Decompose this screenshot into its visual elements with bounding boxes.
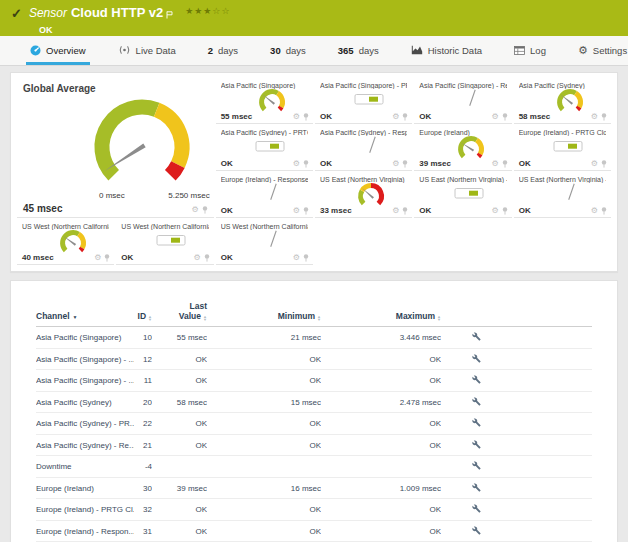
pin-icon[interactable] (303, 207, 309, 215)
tab-settings[interactable]: ⚙Settings (574, 36, 628, 65)
gear-icon: ⚙ (578, 45, 588, 56)
gear-icon[interactable]: ⚙ (293, 113, 300, 121)
channel-tile[interactable]: Asia Pacific (Singapore)55 msec⚙ (216, 79, 313, 124)
channel-tile[interactable]: US West (Northern California)...OK⚙ (116, 220, 213, 265)
channel-tile[interactable]: US West (Northern California)...OK⚙ (216, 220, 313, 265)
channel-settings-button[interactable] (472, 504, 481, 513)
channel-name[interactable]: Asia Pacific (Singapore) (36, 333, 134, 342)
channel-tile[interactable]: Europe (Ireland)39 msec⚙ (414, 126, 511, 171)
channel-settings-button[interactable] (472, 461, 481, 470)
gear-icon[interactable]: ⚙ (293, 254, 300, 262)
channel-name[interactable]: Asia Pacific (Sydney) (36, 398, 134, 407)
column-header-id[interactable]: ID ▲▼ (134, 311, 152, 321)
channel-settings-button[interactable] (472, 354, 481, 363)
gear-icon[interactable]: ⚙ (392, 160, 399, 168)
channel-tile-global-average[interactable]: Global Average 0 msec 5.250 msec 45 msec… (17, 79, 214, 218)
pin-icon[interactable] (601, 207, 607, 215)
channel-tile[interactable]: Asia Pacific (Singapore) - Res...OK⚙ (414, 79, 511, 124)
channel-name[interactable]: Europe (Ireland) - PRTG Cl... (36, 505, 134, 514)
pin-icon[interactable] (402, 207, 408, 215)
channel-name[interactable]: Europe (Ireland) - Respon... (36, 527, 134, 536)
channel-settings-button[interactable] (472, 375, 481, 384)
pin-icon[interactable] (202, 206, 208, 214)
pin-icon[interactable] (601, 160, 607, 168)
channel-tile[interactable]: US East (Northern Virginia)33 msec⚙ (315, 173, 412, 218)
gear-icon[interactable]: ⚙ (191, 206, 198, 214)
last-value: 39 msec (152, 484, 207, 493)
priority-stars[interactable]: ★★★☆☆ (185, 6, 230, 16)
channel-tile[interactable]: US West (Northern California)40 msec⚙ (17, 220, 114, 265)
tab-live-data[interactable]: Live Data (114, 36, 180, 65)
channel-tile[interactable]: Asia Pacific (Sydney) - Respo...OK⚙ (315, 126, 412, 171)
gear-icon[interactable]: ⚙ (392, 207, 399, 215)
tab-historic-data[interactable]: Historic Data (407, 36, 486, 65)
gear-icon[interactable]: ⚙ (491, 160, 498, 168)
table-row: Asia Pacific (Sydney)2058 msec15 msec2.4… (36, 392, 592, 414)
gear-icon[interactable]: ⚙ (293, 160, 300, 168)
last-value: OK (152, 505, 207, 514)
global-average-gauge (78, 91, 206, 193)
pin-icon[interactable] (502, 160, 508, 168)
channel-settings-button[interactable] (472, 332, 481, 341)
minimum-value: 16 msec (207, 484, 321, 493)
pin-icon[interactable] (204, 254, 210, 262)
tile-value: 33 msec (320, 206, 352, 215)
channel-tile[interactable]: US East (Northern Virginia) - ...OK⚙ (414, 173, 511, 218)
gear-icon[interactable]: ⚙ (94, 254, 101, 262)
gear-icon[interactable]: ⚙ (591, 160, 598, 168)
channel-name[interactable]: Asia Pacific (Sydney) - PR... (36, 419, 134, 428)
priority-flag-icon[interactable] (166, 5, 173, 23)
tab-log[interactable]: Log (510, 36, 550, 65)
channel-tile[interactable]: US East (Northern Virginia) - ...OK⚙ (514, 173, 611, 218)
pin-icon[interactable] (104, 254, 110, 262)
maximum-value: OK (321, 376, 441, 385)
column-label: Channel (36, 311, 70, 321)
gear-icon[interactable]: ⚙ (293, 207, 300, 215)
pin-icon[interactable] (303, 254, 309, 262)
channel-tile[interactable]: Europe (Ireland) - Response C...OK⚙ (216, 173, 313, 218)
channel-name[interactable]: Asia Pacific (Singapore) - ... (36, 376, 134, 385)
column-header-channel[interactable]: Channel ▼ (36, 311, 134, 321)
channel-settings-button[interactable] (472, 440, 481, 449)
pin-icon[interactable] (402, 113, 408, 121)
tab-overview[interactable]: Overview (26, 36, 90, 65)
last-value: 55 msec (152, 333, 207, 342)
gear-icon[interactable]: ⚙ (193, 254, 200, 262)
channel-name[interactable]: Asia Pacific (Singapore) - ... (36, 355, 134, 364)
column-header-maximum[interactable]: Maximum ▲▼ (321, 311, 441, 321)
column-header-last-value[interactable]: Last Value ▲▼ (152, 301, 207, 321)
channel-settings-button[interactable] (472, 483, 481, 492)
tab-2-days[interactable]: 2days (204, 36, 242, 65)
tab-365-days[interactable]: 365days (334, 36, 383, 65)
tile-value: 40 msec (22, 253, 54, 262)
channel-settings-button[interactable] (472, 418, 481, 427)
pin-icon[interactable] (502, 113, 508, 121)
maximum-value: 3.446 msec (321, 333, 441, 342)
pin-icon[interactable] (303, 160, 309, 168)
gear-icon[interactable]: ⚙ (591, 207, 598, 215)
maximum-value: OK (321, 441, 441, 450)
gear-icon[interactable]: ⚙ (491, 113, 498, 121)
channel-tile[interactable]: Asia Pacific (Sydney)58 msec⚙ (514, 79, 611, 124)
channel-tile[interactable]: Asia Pacific (Singapore) - PR...OK⚙ (315, 79, 412, 124)
table-row: Asia Pacific (Singapore)1055 msec21 msec… (36, 327, 592, 349)
gear-icon[interactable]: ⚙ (392, 113, 399, 121)
pin-icon[interactable] (402, 160, 408, 168)
pin-icon[interactable] (502, 207, 508, 215)
gear-icon[interactable]: ⚙ (491, 207, 498, 215)
tab-30-days[interactable]: 30days (266, 36, 310, 65)
tile-value: OK (519, 206, 531, 215)
channel-tile[interactable]: Asia Pacific (Sydney) - PRTG ...OK⚙ (216, 126, 313, 171)
row-actions (441, 461, 511, 472)
maximum-value: OK (321, 527, 441, 536)
channel-tile[interactable]: Europe (Ireland) - PRTG Cloud...OK⚙ (514, 126, 611, 171)
column-header-minimum[interactable]: Minimum ▲▼ (207, 311, 321, 321)
pin-icon[interactable] (303, 113, 309, 121)
channel-name[interactable]: Europe (Ireland) (36, 484, 134, 493)
pin-icon[interactable] (601, 113, 607, 121)
gear-icon[interactable]: ⚙ (591, 113, 598, 121)
channel-name[interactable]: Downtime (36, 462, 134, 471)
channel-name[interactable]: Asia Pacific (Sydney) - Re... (36, 441, 134, 450)
channel-settings-button[interactable] (472, 397, 481, 406)
channel-settings-button[interactable] (472, 526, 481, 535)
